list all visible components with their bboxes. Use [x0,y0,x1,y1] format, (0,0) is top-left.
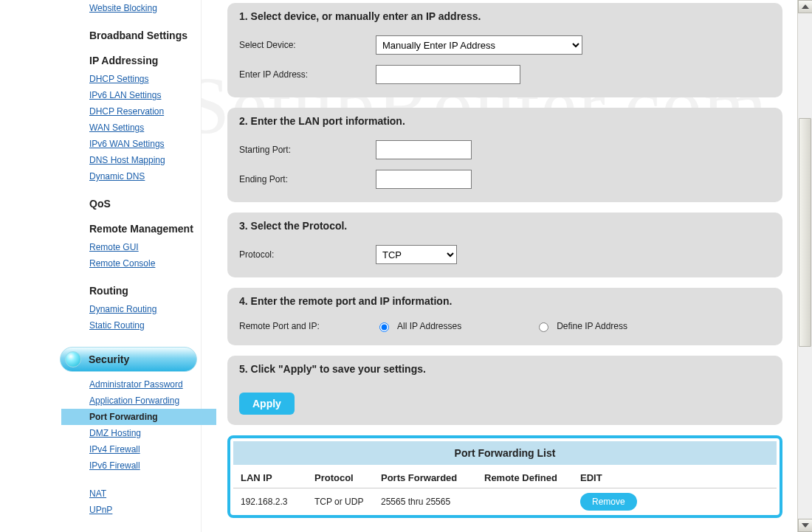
sidebar-item-label: DMZ Hosting [89,428,141,438]
protocol-label: Protocol: [239,249,376,260]
radio-label: Define IP Address [557,321,627,331]
sidebar-item-label: Administrator Password [89,379,183,390]
scroll-up-button[interactable] [798,0,812,13]
sidebar-item-label: Remote GUI [89,242,139,252]
pf-list-title: Port Forwarding List [233,441,777,465]
sidebar-item-remote-console[interactable]: Remote Console [61,255,201,272]
sidebar-item-label: Port Forwarding [89,412,158,422]
select-device-dropdown[interactable]: Manually Enter IP Address [376,35,582,55]
step-1-card: 1. Select device, or manually enter an I… [227,3,782,97]
ending-port-label: Ending Port: [239,174,376,184]
sidebar-item-remote-gui[interactable]: Remote GUI [61,239,201,255]
protocol-dropdown[interactable]: TCP [376,245,457,264]
sidebar-item-dhcp-reservation[interactable]: DHCP Reservation [61,103,201,120]
radio-all-ip[interactable]: All IP Addresses [376,320,461,332]
sidebar-item-label: Website Blocking [89,3,157,13]
chevron-down-icon [802,523,809,528]
security-icon [65,351,81,367]
sidebar-item-static-routing[interactable]: Static Routing [61,317,201,334]
sidebar-item-wan-settings[interactable]: WAN Settings [61,120,201,136]
apply-button[interactable]: Apply [239,393,295,415]
cell-ports: 25565 thru 25565 [381,497,484,507]
vertical-scrollbar[interactable] [797,0,812,532]
sidebar-item-label: IPv4 Firewall [89,444,140,455]
step-title: 1. Select device, or manually enter an I… [239,10,771,22]
pf-list-header: LAN IP Protocol Ports Forwarded Remote D… [233,468,777,488]
col-ports: Ports Forwarded [381,472,484,483]
sidebar-section-qos: QoS [61,198,201,210]
step-title: 4. Enter the remote port and IP informat… [239,295,771,307]
sidebar-item-dmz-hosting[interactable]: DMZ Hosting [61,425,201,441]
sidebar-item-label: Static Routing [89,320,145,331]
scroll-thumb[interactable] [799,118,811,347]
sidebar-item-label: DHCP Settings [89,74,148,84]
sidebar-item-dns-host-mapping[interactable]: DNS Host Mapping [61,152,201,168]
sidebar-item-label: DHCP Reservation [89,106,164,117]
radio-all-ip-input[interactable] [379,322,389,332]
sidebar-item-label: IPv6 LAN Settings [89,90,161,100]
sidebar-item-dhcp-settings[interactable]: DHCP Settings [61,71,201,87]
sidebar-item-label: NAT [89,488,106,499]
step-title: 5. Click "Apply" to save your settings. [239,363,771,375]
sidebar-section-routing: Routing [61,285,201,297]
chevron-up-icon [802,4,809,9]
ip-address-input[interactable] [376,65,520,84]
step-3-card: 3. Select the Protocol. Protocol: TCP [227,213,782,277]
main-content: 1. Select device, or manually enter an I… [202,0,797,532]
sidebar-item-admin-password[interactable]: Administrator Password [61,376,201,393]
sidebar-item-label: Dynamic Routing [89,304,156,314]
sidebar-section-label: Security [89,353,129,365]
remote-port-ip-label: Remote Port and IP: [239,321,376,331]
sidebar-item-label: Dynamic DNS [89,171,145,182]
sidebar-item-port-forwarding[interactable]: Port Forwarding [61,409,216,425]
sidebar-section-security[interactable]: Security [60,347,197,372]
sidebar-item-label: IPv6 WAN Settings [89,139,165,149]
step-2-card: 2. Enter the LAN port information. Start… [227,108,782,202]
step-5-card: 5. Click "Apply" to save your settings. … [227,356,782,425]
col-lan-ip: LAN IP [241,472,314,483]
sidebar-item-label: IPv6 Firewall [89,460,140,471]
sidebar-item-upnp[interactable]: UPnP [61,502,201,518]
col-edit: EDIT [580,472,639,483]
step-title: 2. Enter the LAN port information. [239,115,771,127]
sidebar-section-broadband: Broadband Settings [61,30,201,41]
sidebar-item-website-blocking[interactable]: Website Blocking [61,0,201,16]
sidebar-item-label: DNS Host Mapping [89,155,165,165]
cell-protocol: TCP or UDP [314,497,381,507]
enter-ip-label: Enter IP Address: [239,69,376,80]
sidebar-item-ipv6-firewall[interactable]: IPv6 Firewall [61,457,201,474]
step-title: 3. Select the Protocol. [239,220,771,232]
col-remote: Remote Defined [484,472,580,483]
sidebar-item-dynamic-dns[interactable]: Dynamic DNS [61,168,201,184]
starting-port-label: Starting Port: [239,145,376,155]
cell-lan-ip: 192.168.2.3 [241,497,314,507]
sidebar-item-application-forwarding[interactable]: Application Forwarding [61,393,201,409]
starting-port-input[interactable] [376,140,472,159]
sidebar-item-label: Remote Console [89,258,155,269]
sidebar-item-ipv6-wan-settings[interactable]: IPv6 WAN Settings [61,136,201,152]
radio-define-ip[interactable]: Define IP Address [535,320,627,332]
sidebar-item-ipv4-firewall[interactable]: IPv4 Firewall [61,441,201,457]
col-protocol: Protocol [314,472,381,483]
sidebar-item-dynamic-routing[interactable]: Dynamic Routing [61,301,201,317]
sidebar-item-ipv6-lan-settings[interactable]: IPv6 LAN Settings [61,87,201,103]
sidebar: Website Blocking Broadband Settings IP A… [0,0,202,532]
sidebar-item-label: UPnP [89,505,112,515]
sidebar-item-label: Application Forwarding [89,395,179,406]
radio-label: All IP Addresses [397,321,461,331]
ending-port-input[interactable] [376,170,472,189]
select-device-label: Select Device: [239,40,376,50]
port-forwarding-list: Port Forwarding List LAN IP Protocol Por… [227,435,782,518]
sidebar-item-label: WAN Settings [89,122,144,133]
step-4-card: 4. Enter the remote port and IP informat… [227,288,782,345]
sidebar-item-nat[interactable]: NAT [61,486,201,502]
scroll-down-button[interactable] [798,519,812,532]
sidebar-section-ip-addressing: IP Addressing [61,55,201,66]
remove-button[interactable]: Remove [580,493,637,511]
table-row: 192.168.2.3 TCP or UDP 25565 thru 25565 … [233,488,777,515]
sidebar-section-remote-management: Remote Management [61,223,201,235]
radio-define-ip-input[interactable] [539,322,548,332]
